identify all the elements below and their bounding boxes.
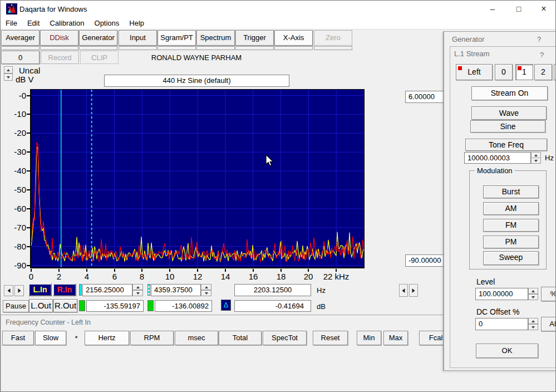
y-axis-tick: [27, 208, 30, 209]
toolbar-indicator-generator: [79, 46, 117, 50]
left-out-button[interactable]: L.Out: [29, 299, 53, 312]
tone-freq-down-button[interactable]: [531, 158, 541, 164]
close-button[interactable]: ×: [531, 1, 556, 17]
cursor1-down-button[interactable]: [132, 290, 143, 296]
generator-help-button[interactable]: ?: [537, 35, 541, 43]
modulation-button-sweep[interactable]: Sweep: [483, 251, 539, 265]
level-percent-button[interactable]: %: [541, 287, 556, 301]
toolbar-button-generator[interactable]: Generator: [79, 30, 117, 46]
modulation-button-am[interactable]: AM: [483, 202, 539, 215]
minimize-button[interactable]: –: [480, 1, 505, 17]
cursor-delta-freq-readout: 2203.12500: [234, 284, 311, 296]
delta-mode-button[interactable]: Δ: [221, 300, 231, 311]
right-scroll-left-button[interactable]: [399, 284, 408, 297]
trace-scroll-right-button[interactable]: [14, 285, 24, 296]
delta-level-readout: -0.41694: [234, 300, 311, 312]
fc-button-rpm[interactable]: RPM: [130, 331, 174, 345]
stream-tab-1[interactable]: 1: [515, 64, 533, 80]
fc-button-fast[interactable]: Fast: [2, 331, 34, 345]
y-scale-up-button[interactable]: [4, 66, 13, 74]
trace-scroll-left-button[interactable]: [4, 285, 13, 296]
fc-button-total[interactable]: Total: [219, 331, 262, 345]
stream-tab-2[interactable]: 2: [534, 64, 552, 80]
fc-button-slow[interactable]: Slow: [35, 331, 66, 345]
level-up-button[interactable]: [528, 288, 538, 294]
toolbar-button-sgram-pt[interactable]: Sgram/PT: [158, 30, 196, 46]
dc-offset-input[interactable]: 0: [475, 318, 528, 330]
tone-freq-button[interactable]: Tone Freq: [465, 139, 547, 151]
spectrum-plot[interactable]: [30, 89, 365, 268]
y-axis-label: -10: [3, 109, 26, 119]
fc-button-hertz[interactable]: Hertz: [85, 331, 129, 345]
modulation-button-burst[interactable]: Burst: [483, 185, 539, 198]
menu-item-file[interactable]: File: [1, 17, 22, 30]
stream-active-led: [458, 66, 462, 70]
ok-button[interactable]: OK: [476, 344, 538, 358]
y-axis-tick: [27, 114, 30, 115]
y-axis-label: -50: [3, 185, 26, 194]
right-scroll-right-button[interactable]: [409, 284, 418, 297]
dc-offset-down-button[interactable]: [528, 324, 538, 330]
average-count-button[interactable]: 0: [1, 51, 40, 64]
waveform-title-box: 440 Hz Sine (default): [104, 75, 289, 87]
toolbar-button-zero[interactable]: Zero: [314, 30, 352, 46]
cursor2-down-button[interactable]: [201, 290, 211, 296]
level-down-button[interactable]: [528, 294, 538, 300]
right-out-button[interactable]: R.Out: [53, 299, 77, 312]
menu-item-edit[interactable]: Edit: [22, 17, 45, 30]
y-scale-down-button[interactable]: [4, 74, 13, 81]
wave-type-button[interactable]: Sine: [470, 120, 545, 133]
cursor1-freq-input[interactable]: 2156.25000: [82, 284, 132, 296]
dc-offset-label: DC Offset %: [476, 307, 520, 316]
toolbar-button-input[interactable]: Input: [119, 30, 157, 46]
y-axis-label: -90: [3, 261, 26, 270]
cursor2-up-button[interactable]: [201, 284, 211, 290]
toolbar-button-ddisk[interactable]: DDisk: [40, 30, 78, 46]
stream-tab-left[interactable]: Left: [456, 64, 493, 80]
toolbar-button-x-axis[interactable]: X-Axis: [274, 30, 313, 46]
fc-button-spectot[interactable]: SpecTot: [263, 331, 307, 345]
menu-item-calibration[interactable]: Calibration: [45, 17, 89, 30]
stream-tab-3[interactable]: 3: [554, 64, 556, 80]
stream-panel-title: L.1 Stream: [454, 50, 490, 58]
menu-item-help[interactable]: Help: [124, 17, 149, 30]
stream-help-button[interactable]: ?: [540, 51, 544, 59]
mouse-cursor: [265, 154, 275, 168]
x-axis-label: 22 kHz: [318, 272, 354, 281]
toolbar-indicator-sgram-pt: [158, 46, 196, 50]
right-in-button[interactable]: R.In: [53, 283, 76, 296]
toolbar-button-averager[interactable]: Averager: [1, 30, 40, 46]
stream-on-button[interactable]: Stream On: [471, 86, 548, 100]
y-axis-tick: [27, 95, 30, 96]
left-in-button[interactable]: L.In: [28, 283, 52, 296]
spectrum-canvas: [31, 90, 364, 267]
dc-all-button[interactable]: All: [541, 317, 556, 331]
toolbar-indicator-zero: [314, 46, 352, 50]
tone-freq-unit-label: Hz: [545, 154, 554, 162]
fc-button-max[interactable]: Max: [383, 331, 408, 345]
record-button[interactable]: Record: [41, 51, 79, 64]
fc-button-reset[interactable]: Reset: [313, 331, 348, 345]
y-axis-label: -70: [3, 223, 26, 232]
modulation-button-pm[interactable]: PM: [483, 236, 539, 248]
tone-freq-input[interactable]: 10000.00003: [464, 152, 531, 164]
maximize-button[interactable]: □: [506, 1, 532, 17]
y-axis-label: -40: [3, 166, 26, 175]
pause-button[interactable]: Pause: [3, 300, 29, 312]
stream-tab-0[interactable]: 0: [495, 64, 513, 80]
fc-button-min[interactable]: Min: [357, 331, 381, 345]
menu-item-options[interactable]: Options: [90, 17, 125, 30]
cursor1-up-button[interactable]: [132, 284, 143, 290]
level-input[interactable]: 100.00000: [475, 288, 528, 300]
wave-button[interactable]: Wave: [471, 106, 547, 120]
y-axis-tick: [27, 133, 30, 134]
toolbar-button-spectrum[interactable]: Spectrum: [196, 30, 235, 46]
y-axis-label: -30: [3, 147, 26, 156]
fc-button-msec[interactable]: msec: [175, 331, 218, 345]
toolbar-indicator-ddisk: [40, 46, 78, 50]
modulation-button-fm[interactable]: FM: [483, 219, 539, 232]
toolbar-button-trigger[interactable]: Trigger: [235, 30, 274, 46]
titlebar: Daqarta for Windows – □ ×: [1, 1, 555, 17]
cursor2-freq-input[interactable]: 4359.37500: [151, 284, 201, 296]
dc-offset-up-button[interactable]: [528, 318, 538, 324]
